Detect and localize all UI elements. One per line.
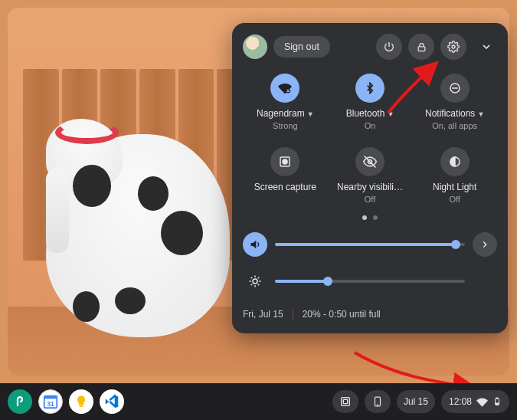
screen-capture-icon [270, 147, 299, 176]
svg-rect-23 [44, 396, 57, 399]
tile-bluetooth[interactable]: Bluetooth▼ On [328, 74, 413, 130]
status-area[interactable]: 12:08 [441, 390, 509, 413]
power-button[interactable] [376, 34, 402, 60]
tile-night-light-label: Night Light Off [433, 182, 476, 204]
avatar[interactable] [243, 34, 267, 59]
notifications-icon [440, 74, 470, 103]
svg-point-1 [452, 45, 455, 48]
brightness-row [243, 269, 497, 294]
page-dot [373, 215, 378, 220]
app-icon-calendar[interactable]: 31 [38, 389, 63, 414]
svg-rect-27 [343, 399, 347, 403]
settings-button[interactable] [440, 34, 466, 60]
phone-hub-button[interactable] [365, 390, 391, 413]
battery-status-icon [492, 395, 502, 408]
dog-illustration [46, 134, 230, 337]
tile-nearby-visibility-label: Nearby visibili… Off [337, 182, 403, 204]
lock-icon [416, 41, 427, 53]
app-icon-vscode[interactable] [100, 389, 124, 414]
wifi-status-icon [476, 396, 488, 408]
tile-wifi[interactable]: Nagendram▼ Strong [243, 74, 328, 130]
svg-line-18 [251, 284, 253, 286]
panel-topbar: Sign out [243, 34, 497, 60]
tile-screen-capture-label: Screen capture [254, 182, 316, 195]
signout-button[interactable]: Sign out [273, 36, 330, 57]
brightness-slider[interactable] [275, 280, 465, 283]
brightness-button[interactable] [243, 269, 267, 294]
svg-rect-32 [496, 403, 499, 405]
svg-line-16 [251, 277, 253, 279]
svg-rect-25 [80, 405, 83, 407]
svg-text:31: 31 [47, 401, 54, 408]
tile-screen-capture[interactable]: Screen capture [243, 147, 328, 204]
volume-icon [249, 238, 261, 251]
quick-settings-panel: Sign out Nagendram▼ Strong [232, 23, 508, 333]
svg-rect-3 [287, 90, 290, 92]
bluetooth-icon [355, 74, 384, 103]
chevron-down-icon [480, 41, 492, 53]
wifi-icon [270, 74, 299, 103]
collapse-button[interactable] [476, 36, 497, 57]
footer-date: Fri, Jul 15 [243, 309, 283, 320]
chevron-right-icon [479, 239, 490, 250]
page-dot-active [362, 215, 367, 220]
panel-footer: Fri, Jul 15 20% - 0:50 until full [243, 309, 497, 320]
volume-row [243, 232, 497, 257]
shelf: 31 Jul 15 12:08 [0, 383, 517, 420]
tile-night-light[interactable]: Night Light Off [412, 147, 497, 204]
svg-line-17 [258, 284, 260, 286]
volume-button[interactable] [243, 232, 267, 257]
app-icon-keep[interactable] [69, 389, 93, 414]
visibility-off-icon [355, 147, 384, 176]
brightness-icon [248, 274, 262, 288]
night-light-icon [440, 147, 470, 176]
holding-space-button[interactable] [332, 390, 358, 413]
app-icon-photopea[interactable] [8, 389, 32, 414]
footer-battery: 20% - 0:50 until full [303, 309, 381, 320]
svg-line-19 [258, 277, 260, 279]
tile-notifications[interactable]: Notifications▼ On, all apps [412, 74, 497, 130]
volume-slider[interactable] [275, 243, 465, 246]
audio-settings-button[interactable] [473, 232, 497, 257]
tile-wifi-label: Nagendram▼ Strong [257, 109, 314, 130]
tile-notifications-label: Notifications▼ On, all apps [425, 109, 484, 130]
svg-point-11 [253, 279, 257, 284]
clock: 12:08 [449, 396, 472, 407]
calendar-tray[interactable]: Jul 15 [397, 390, 435, 413]
tile-nearby-visibility[interactable]: Nearby visibili… Off [328, 147, 413, 204]
page-indicator[interactable] [243, 215, 497, 220]
gear-icon [447, 41, 460, 53]
power-icon [383, 41, 395, 53]
phone-icon [372, 395, 383, 408]
svg-rect-31 [496, 398, 498, 399]
svg-rect-26 [342, 398, 350, 406]
svg-point-7 [283, 159, 287, 164]
lock-button[interactable] [408, 34, 434, 60]
holding-space-icon [339, 395, 352, 408]
tile-bluetooth-label: Bluetooth▼ On [346, 109, 394, 130]
svg-rect-0 [418, 46, 425, 51]
